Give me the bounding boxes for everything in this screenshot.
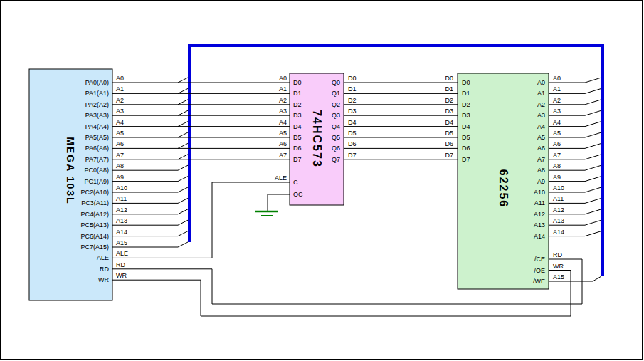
net-label-sramin-D4: D4 [445,119,453,126]
net-label-sramin-D0: D0 [445,75,453,82]
pin-sram-D5: D5 [462,134,470,141]
net-label-latchout-D3: D3 [348,108,357,115]
pin-mcu-PA0(A0): PA0(A0) [85,79,109,86]
net-label-mcu-A9: A9 [116,174,124,181]
net-label-mcu-A5: A5 [116,130,124,137]
net-label-sram-A15: A15 [553,273,564,281]
net-label-latchout-D7: D7 [348,152,357,159]
pin-latch-Q3: Q3 [332,112,340,119]
net-label-sramaddr-A7: A7 [553,152,561,159]
pin-latch-Q6: Q6 [332,145,340,152]
pin-latch-Q2: Q2 [332,101,340,108]
net-label-latchout-D4: D4 [348,119,357,126]
pin-latch-D6: D6 [293,145,302,152]
pin-sram-A4: A4 [537,123,545,130]
pin-sram-D6: D6 [462,145,470,152]
pin-mcu-WR: WR [98,276,109,283]
net-label-latchin-ALE: ALE [275,174,287,182]
pin-sram-OE: /OE [534,267,545,274]
net-label-sramaddr-A6: A6 [553,140,561,147]
net-label-sram-RD: RD [553,251,562,258]
net-label-latchin-A4: A4 [279,119,287,126]
net-label-sramaddr-A10: A10 [553,184,564,192]
pin-mcu-RD: RD [100,266,109,273]
net-label-sramaddr-A14: A14 [553,229,564,236]
pin-sram-CE: /CE [534,256,545,263]
pin-mcu-PC3(A11): PC3(A11) [81,199,109,206]
pin-latch-C: C [293,179,298,186]
pin-latch-Q0: Q0 [332,79,340,86]
pin-latch-D7: D7 [293,156,302,163]
pin-sram-A8: A8 [537,167,545,174]
pin-mcu-PA6(A6): PA6(A6) [85,145,109,152]
pin-sram-D7: D7 [462,156,470,163]
net-label-mcu-A8: A8 [116,162,124,169]
pin-latch-Q5: Q5 [332,134,340,141]
net-label-latchout-D6: D6 [348,140,357,147]
pin-sram-A5: A5 [537,134,545,141]
net-label-mcu-A0: A0 [116,75,124,82]
pin-latch-Q7: Q7 [332,156,340,163]
pin-mcu-PC6(A14): PC6(A14) [80,233,109,240]
pin-mcu-PC5(A13): PC5(A13) [80,221,109,229]
pin-sram-D2: D2 [462,101,470,108]
pin-mcu-PC1(A9): PC1(A9) [84,178,109,185]
net-label-mcu-A10: A10 [116,184,127,192]
net-label-latchout-D5: D5 [348,130,357,137]
pin-sram-A12: A12 [534,211,545,218]
net-label-sramin-D5: D5 [445,130,453,137]
pin-sram-A13: A13 [534,221,545,229]
pin-sram-A3: A3 [537,112,545,119]
net-label-sram-WR: WR [553,263,564,270]
net-label-latchin-A6: A6 [279,140,287,147]
net-label-latchout-D2: D2 [348,97,357,104]
pin-mcu-PA7(A7): PA7(A7) [85,156,109,163]
net-label-mcu-A4: A4 [116,119,124,126]
net-label-mcu-A12: A12 [116,206,127,214]
net-label-sramaddr-A13: A13 [553,217,564,224]
pin-latch-D3: D3 [293,112,302,119]
net-label-mcu-A14: A14 [116,229,127,236]
pin-mcu-PA2(A2): PA2(A2) [85,101,109,108]
net-label-sramaddr-A5: A5 [553,130,561,137]
net-label-sramaddr-A3: A3 [553,108,561,115]
net-label-sramin-D3: D3 [445,108,453,115]
pin-latch-D0: D0 [293,79,302,86]
pin-mcu-PA5(A5): PA5(A5) [85,134,109,141]
net-label-latchin-A2: A2 [279,97,287,104]
pin-latch-OC: OC [293,191,303,198]
pin-mcu-ALE: ALE [97,254,109,261]
mcu-chip-name: MEGA 103L [65,137,76,204]
pin-sram-D4: D4 [462,123,470,130]
net-label-sramaddr-A9: A9 [553,174,561,181]
net-label-mcu-A13: A13 [116,217,127,224]
pin-sram-D3: D3 [462,112,470,119]
pin-mcu-PA3(A3): PA3(A3) [85,112,109,119]
pin-mcu-PA4(A4): PA4(A4) [85,123,109,130]
pin-sram-D0: D0 [462,79,470,86]
net-label-mcu-A15: A15 [116,239,127,246]
net-label-latchin-A5: A5 [279,130,287,137]
net-label-sramaddr-A12: A12 [553,206,564,214]
pin-latch-Q4: Q4 [332,123,340,130]
pin-mcu-PC2(A10): PC2(A10) [80,189,109,196]
sram-chip-name: 62256 [497,169,510,209]
pin-mcu-PC4(A12): PC4(A12) [80,211,109,218]
net-label-mcu-WR: WR [116,272,127,279]
net-label-latchin-A1: A1 [279,85,287,93]
net-label-mcu-A7: A7 [116,152,124,159]
net-label-latchin-A0: A0 [279,75,287,82]
pin-sram-A14: A14 [534,233,545,240]
net-label-mcu-ALE: ALE [116,250,128,257]
net-label-sramin-D7: D7 [445,152,453,159]
pin-sram-A1: A1 [537,90,545,97]
net-label-mcu-A3: A3 [116,108,124,115]
pin-sram-A7: A7 [537,156,545,163]
net-label-latchout-D1: D1 [348,85,357,93]
pin-sram-D1: D1 [462,90,470,97]
pin-sram-A6: A6 [537,145,545,152]
pin-latch-D4: D4 [293,123,302,130]
pin-sram-A2: A2 [537,101,545,108]
net-label-latchout-D0: D0 [348,75,357,82]
net-label-sramaddr-A0: A0 [553,75,561,82]
